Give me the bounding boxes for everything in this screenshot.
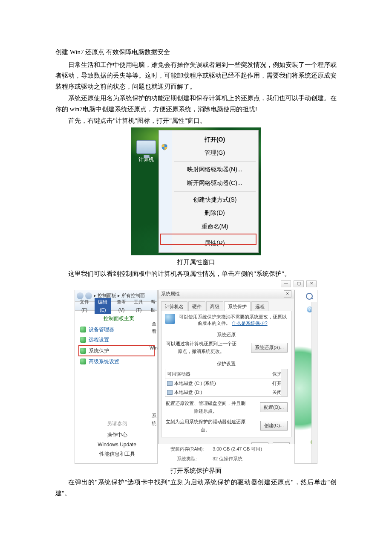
ctx-map-drive[interactable]: 映射网络驱动器(N)...: [159, 163, 258, 176]
restore-desc: 可以通过将计算机还原到上一个还原点，撤消系统更改。: [165, 340, 237, 356]
shield-info-icon: [165, 314, 175, 324]
peek-text: 查看: [147, 320, 158, 335]
section-title-restore: 系统还原: [165, 331, 288, 339]
ctx-rename[interactable]: 重命名(M): [159, 220, 258, 234]
bullet-icon: [80, 358, 86, 364]
peek-text: 系统: [147, 412, 158, 428]
menu-view[interactable]: 查看(V): [115, 298, 129, 314]
doc-title: 创建 Win7 还原点 有效保障电脑数据安全: [55, 47, 337, 58]
para-1: 日常生活和工作中使用电脑，难免会有操作失误或者遇到一些突发情况，例如安装了一个程…: [55, 60, 337, 92]
system-restore-button[interactable]: 系统还原(S)...: [251, 343, 288, 353]
create-desc: 立刻为启用系统保护的驱动器创建还原点。: [165, 418, 246, 434]
ctx-separator: [174, 161, 256, 162]
drive-name: 本地磁盘 (D:): [174, 388, 202, 396]
figure-1-caption: 打开属性窗口: [55, 257, 337, 268]
scrollbar[interactable]: [281, 369, 287, 396]
window-maximize-button[interactable]: ▢: [294, 280, 304, 287]
tab-remote[interactable]: 远程: [251, 301, 268, 312]
dialog-tabs: 计算机名 硬件 高级 系统保护 远程: [159, 298, 294, 312]
figure-2-wrapper: — ▢ ✕ ▸ 控制面板 ▸ 所有控制面 文件(F) 编辑(E) 查看(V) 工…: [55, 280, 337, 464]
bullet-icon: [80, 337, 86, 343]
link-system-protection[interactable]: 系统保护: [78, 345, 155, 356]
ram-label: 安装内存(RAM):: [161, 445, 213, 453]
window-close-button[interactable]: ✕: [306, 280, 317, 287]
context-menu-items: 打开(O) 管理(G) 映射网络驱动器(N)... 断开网络驱动器(C)... …: [159, 130, 258, 253]
control-panel-window: ▸ 控制面板 ▸ 所有控制面 文件(F) 编辑(E) 查看(V) 工具(T) 帮…: [75, 290, 158, 464]
search-icon[interactable]: [306, 293, 313, 300]
ctx-properties[interactable]: 属性(R): [159, 237, 258, 250]
scrollbar[interactable]: [311, 302, 317, 463]
ctx-disconnect-drive[interactable]: 断开网络驱动器(C)...: [159, 176, 258, 190]
link-perf-tools[interactable]: 性能信息和工具: [80, 449, 154, 459]
configure-button[interactable]: 配置(O)...: [260, 402, 288, 412]
ctx-open[interactable]: 打开(O): [159, 133, 258, 147]
document-page: 创建 Win7 还原点 有效保障电脑数据安全 日常生活和工作中使用电脑，难免会有…: [0, 0, 392, 555]
tab-system-protection[interactable]: 系统保护: [224, 301, 251, 312]
peek-text: Wine: [147, 344, 158, 352]
menu-tools[interactable]: 工具(T): [132, 298, 145, 314]
ctx-manage[interactable]: 管理(G): [159, 146, 258, 160]
tab-computer-name[interactable]: 计算机名: [161, 301, 187, 312]
col-drive: 可用驱动器: [167, 370, 268, 378]
monitor-icon: [136, 140, 156, 154]
dialog-body: 可以使用系统保护来撤消不需要的系统更改，还原以前版本的文件。 什么是系统保护? …: [161, 311, 291, 437]
context-menu: 打开(O) 管理(G) 映射网络驱动器(N)... 断开网络驱动器(C)... …: [159, 130, 259, 253]
ctx-delete[interactable]: 删除(D): [159, 206, 258, 220]
tab-advanced[interactable]: 高级: [206, 301, 223, 312]
figure-1-wrapper: 计算机 打开(O) 管理(G) 映射网络驱动器(N)... 断开网络驱动器(C)…: [55, 127, 337, 255]
uac-shield-icon: [161, 144, 168, 150]
configure-desc: 配置还原设置、管理磁盘空间，并且删除还原点。: [165, 399, 246, 415]
systype-row: 系统类型: 32 位操作系统: [158, 454, 294, 464]
see-also-block: 另请参阅 操作中心 Windows Update 性能信息和工具: [80, 419, 154, 459]
ctx-create-shortcut[interactable]: 创建快捷方式(S): [159, 193, 258, 207]
background-text-peek: 查看 Wine 系统: [147, 317, 158, 436]
figure-2-caption: 打开系统保护界面: [55, 465, 337, 477]
desktop-computer-icon[interactable]: 计算机: [135, 140, 158, 164]
ctx-separator: [174, 191, 256, 192]
link-advanced-settings[interactable]: 高级系统设置: [75, 356, 157, 367]
window-controls: — ▢ ✕: [281, 280, 317, 287]
menu-bar: 文件(F) 编辑(E) 查看(V) 工具(T) 帮助: [75, 302, 157, 311]
link-windows-update[interactable]: Windows Update: [80, 440, 154, 449]
bullet-icon: [80, 348, 86, 354]
link-device-manager[interactable]: 设备管理器: [75, 324, 157, 335]
figure-1-context-menu: 计算机 打开(O) 管理(G) 映射网络驱动器(N)... 断开网络驱动器(C)…: [131, 127, 261, 255]
ctx-separator: [174, 235, 256, 235]
drives-header-row: 可用驱动器 保护: [165, 369, 287, 379]
dialog-title: 系统属性: [161, 290, 180, 298]
drive-row[interactable]: 本地磁盘 (C:) (系统) 打开: [165, 379, 287, 388]
system-info-rows: 安装内存(RAM): 3.00 GB (2.47 GB 可用) 系统类型: 32…: [158, 444, 294, 463]
create-row: 立刻为启用系统保护的驱动器创建还原点。 创建(C)...: [165, 418, 288, 434]
link-remote-settings[interactable]: 远程设置: [75, 335, 157, 345]
fieldset-protection-settings: 保护设置 可用驱动器 保护 本地磁盘 (C:) (系统) 打开: [165, 358, 288, 434]
disk-icon: [167, 390, 173, 395]
intro-link[interactable]: 什么是系统保护?: [232, 321, 267, 326]
link-label: 高级系统设置: [89, 357, 119, 366]
drives-list-box: 可用驱动器 保护 本地磁盘 (C:) (系统) 打开 本地磁盘 (D:) 关闭: [165, 369, 288, 397]
para-3: 首先，右键点击"计算机"图标，打开"属性"窗口。: [55, 116, 337, 127]
menu-file[interactable]: 文件(F): [78, 298, 91, 314]
para-2: 系统还原使用名为系统保护的功能定期创建和保存计算机上的还原点，我们也可以手动创建…: [55, 93, 337, 115]
link-label: 设备管理器: [89, 325, 114, 334]
intro-text: 可以使用系统保护来撤消不需要的系统更改，还原以前版本的文件。 什么是系统保护?: [178, 314, 288, 327]
menu-edit[interactable]: 编辑(E): [95, 298, 111, 314]
dialog-close-button[interactable]: ✕: [284, 290, 291, 298]
intro-row: 可以使用系统保护来撤消不需要的系统更改，还原以前版本的文件。 什么是系统保护?: [165, 314, 288, 327]
right-pane: ? er: [294, 290, 317, 464]
figure-2-system-protection: — ▢ ✕ ▸ 控制面板 ▸ 所有控制面 文件(F) 编辑(E) 查看(V) 工…: [75, 280, 317, 464]
configure-row: 配置还原设置、管理磁盘空间，并且删除还原点。 配置(O)...: [165, 399, 288, 415]
dialog-titlebar: 系统属性 ✕: [159, 290, 294, 298]
menu-help[interactable]: 帮助: [149, 298, 157, 314]
ram-value: 3.00 GB (2.47 GB 可用): [213, 445, 262, 453]
window-minimize-button[interactable]: —: [281, 280, 291, 287]
tab-hardware[interactable]: 硬件: [188, 301, 205, 312]
disk-icon: [167, 381, 173, 386]
fieldset-system-restore: 系统还原 可以通过将计算机还原到上一个还原点，撤消系统更改。 系统还原(S)..…: [165, 329, 288, 356]
drive-row[interactable]: 本地磁盘 (D:) 关闭: [165, 388, 287, 397]
link-action-center[interactable]: 操作中心: [80, 430, 154, 439]
see-also-header: 另请参阅: [80, 419, 154, 428]
create-restore-point-button[interactable]: 创建(C)...: [260, 421, 288, 431]
drive-name: 本地磁盘 (C:) (系统): [174, 379, 216, 387]
link-label: 远程设置: [89, 335, 109, 344]
systype-label: 系统类型:: [161, 455, 213, 463]
